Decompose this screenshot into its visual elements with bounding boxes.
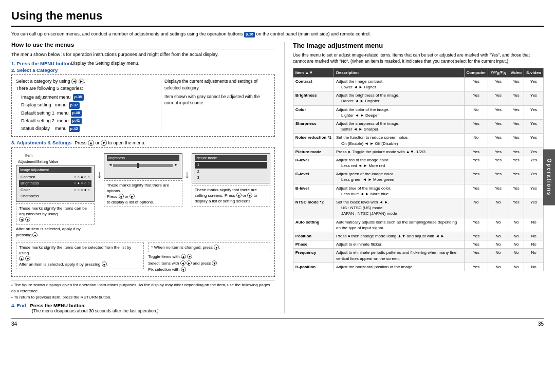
cell-video: Yes bbox=[508, 198, 524, 218]
marks4-note: These marks signify that there are setti… bbox=[192, 185, 270, 207]
cell-video: Yes bbox=[508, 184, 524, 198]
table-row: Phase Adjust to eliminate flicker. Yes N… bbox=[293, 240, 543, 249]
cell-video: No bbox=[508, 218, 524, 232]
step-4-desc: Press the MENU button. bbox=[30, 303, 86, 308]
step-1-row: 1. Press the MENU button Display the Set… bbox=[11, 61, 275, 66]
page-ref-0: p.35 bbox=[73, 94, 84, 101]
cell-item: Brightness bbox=[293, 91, 334, 105]
cell-desc: Adjust the image contrast.Lower ◄ ► High… bbox=[334, 77, 464, 91]
right-intro: Use this menu to set or adjust image-rel… bbox=[293, 52, 544, 65]
step-2-num: 2. Select a Category bbox=[11, 67, 275, 73]
cell-computer: Yes bbox=[464, 263, 488, 271]
cell-computer: Yes bbox=[464, 218, 488, 232]
cell-ypbpr: Yes bbox=[488, 91, 508, 105]
cell-item: Sharpness bbox=[293, 119, 334, 133]
page-ref-intro: p.16 bbox=[244, 32, 255, 38]
cell-video: No bbox=[508, 240, 524, 249]
displays-current: Displays the current adjustments and set… bbox=[164, 78, 270, 91]
cell-computer: Yes bbox=[464, 77, 488, 91]
marks3-note: These marks signify that there are optio… bbox=[104, 180, 182, 208]
cell-item: Contrast bbox=[293, 77, 334, 91]
right-btn: ► bbox=[79, 79, 84, 84]
item-gray-note: Item shown with gray cannot be adjusted … bbox=[164, 94, 270, 107]
cell-svideo: No bbox=[524, 218, 544, 232]
table-row: Contrast Adjust the image contrast.Lower… bbox=[293, 77, 543, 91]
table-row: Sharpness Adjust the sharpness of the im… bbox=[293, 119, 543, 133]
cell-desc: Adjust the color of the image.Lighter ◄ … bbox=[334, 105, 464, 119]
cell-svideo: Yes bbox=[524, 184, 544, 198]
cell-item: R-level bbox=[293, 156, 334, 170]
cell-svideo: Yes bbox=[524, 105, 544, 119]
cat-item-3: Default setting 2 menu p.41 bbox=[21, 117, 157, 125]
cell-video: Yes bbox=[508, 77, 524, 91]
page-ref-4: p.42 bbox=[69, 126, 80, 133]
bottom-notes: • The figure shows displays given for op… bbox=[11, 280, 275, 301]
toggle-labels: Toggle items with ▲ ▼ Select items with … bbox=[148, 254, 270, 273]
cell-ypbpr: No bbox=[488, 218, 508, 232]
cell-computer: Yes bbox=[464, 119, 488, 133]
table-row: G-level Adjust green of the image color.… bbox=[293, 170, 543, 184]
table-row: Frequency Adjust to eliminate periodic p… bbox=[293, 249, 543, 263]
th-svideo: S-video bbox=[524, 68, 544, 78]
step-1-desc: Display the Setting display menu. bbox=[71, 61, 139, 66]
cell-desc: Adjust to eliminate flicker. bbox=[334, 240, 464, 249]
cell-desc: Press ●. Toggle the picture mode with ▲▼… bbox=[334, 147, 464, 156]
cell-desc: Adjust the horizontal position of the im… bbox=[334, 263, 464, 271]
cell-computer: Yes bbox=[464, 147, 488, 156]
footer-left-page: 34 bbox=[11, 321, 17, 327]
cell-computer: Yes bbox=[464, 184, 488, 198]
cat-item-1: Display setting menu p.37 bbox=[21, 101, 157, 109]
cell-desc: Adjust red of the image color.Less red ◄… bbox=[334, 156, 464, 170]
footer-right-page: 35 bbox=[538, 321, 544, 327]
cell-ypbpr: Yes bbox=[488, 134, 508, 147]
cat-item-4: Status display menu p.42 bbox=[21, 125, 157, 133]
step-4-sub: (The menu disappears about 30 seconds af… bbox=[32, 308, 275, 313]
intro-text: You can call up on-screen menus, and con… bbox=[11, 31, 544, 38]
table-row: Position Press ● then change mode using … bbox=[293, 232, 543, 240]
page-title: Using the menus bbox=[11, 9, 544, 27]
table-row: Auto setting Automatically adjusts items… bbox=[293, 218, 543, 232]
cell-video: Yes bbox=[508, 156, 524, 170]
cell-desc: Press ● then change mode using ▲▼ and ad… bbox=[334, 232, 464, 240]
diag-arrow-2: ↓ bbox=[184, 169, 190, 180]
cell-video: Yes bbox=[508, 170, 524, 184]
diagram-area: Item Adjustment/Setting Value Image Adju… bbox=[16, 153, 270, 238]
cell-computer: Yes bbox=[464, 156, 488, 170]
cell-item: Frequency bbox=[293, 249, 334, 263]
cell-item: Position bbox=[293, 232, 334, 240]
cell-svideo: No bbox=[524, 240, 544, 249]
th-video: Video bbox=[508, 68, 524, 78]
cell-ypbpr: Yes bbox=[488, 77, 508, 91]
step-1-num: 1. Press the MENU button bbox=[11, 61, 71, 66]
cell-ypbpr: Yes bbox=[488, 147, 508, 156]
cell-svideo: Yes bbox=[524, 156, 544, 170]
cell-ypbpr: No bbox=[488, 232, 508, 240]
cell-ypbpr: Yes bbox=[488, 105, 508, 119]
cell-computer: Yes bbox=[464, 240, 488, 249]
toggle-select-area: * When no item is changed, press ●. Togg… bbox=[148, 242, 270, 274]
cell-item: Color bbox=[293, 105, 334, 119]
diag-middle: Brightness ◄ ► These marks signify that … bbox=[104, 153, 182, 209]
cell-svideo: Yes bbox=[524, 77, 544, 91]
bottom-note-2: • To return to previous item, press the … bbox=[11, 294, 275, 301]
diag-left: Item Adjustment/Setting Value Image Adju… bbox=[16, 153, 95, 238]
step-3-header: 3. Adjustments & Settings Press ▲ or ▼ t… bbox=[11, 140, 275, 146]
cell-svideo: Yes bbox=[524, 91, 544, 105]
cell-ypbpr: Yes bbox=[488, 156, 508, 170]
cell-video: No bbox=[508, 232, 524, 240]
marks1-note: These marks signify the items can be adj… bbox=[16, 203, 95, 225]
right-section-title: The image adjustment menu bbox=[293, 42, 544, 49]
cell-svideo: No bbox=[524, 249, 544, 263]
table-row: R-level Adjust red of the image color.Le… bbox=[293, 156, 543, 170]
cell-item: Phase bbox=[293, 240, 334, 249]
cell-ypbpr: Yes bbox=[488, 119, 508, 133]
cell-svideo: No bbox=[524, 232, 544, 240]
diag-right: Picture mode 1 2 3 These marks signify t… bbox=[192, 153, 270, 208]
cell-computer: Yes bbox=[464, 91, 488, 105]
step-4-row: 4. End Press the MENU button. bbox=[11, 303, 275, 308]
cell-ypbpr: No bbox=[488, 263, 508, 271]
cell-item: Noise reduction *1 bbox=[293, 134, 334, 147]
cell-desc: Adjust the sharpness of the image.Softer… bbox=[334, 119, 464, 133]
cell-ypbpr: No bbox=[488, 198, 508, 218]
cell-ypbpr: Yes bbox=[488, 170, 508, 184]
